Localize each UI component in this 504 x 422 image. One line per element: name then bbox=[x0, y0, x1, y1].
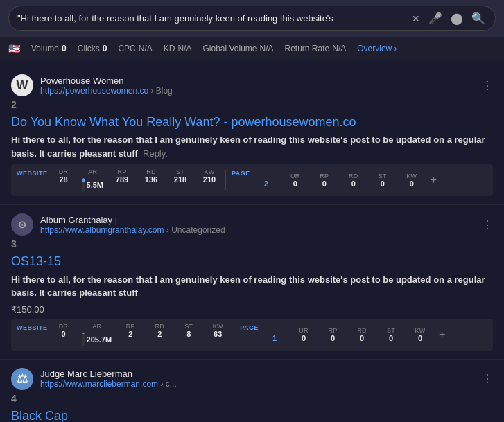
metrics-website-label: WEBSITE bbox=[17, 168, 53, 177]
metric-page-st: ST 0 bbox=[372, 173, 393, 188]
metric-rp: RP 789 bbox=[112, 168, 132, 184]
url-suffix: › Blog bbox=[150, 86, 172, 96]
metric-ar: AR 5.5M bbox=[82, 168, 103, 192]
metric-kw: KW 210 bbox=[199, 168, 220, 184]
metrics-page-label: PAGE bbox=[240, 323, 264, 331]
metric-page-num: 1 bbox=[264, 327, 285, 342]
site-name-url: Powerhouse Women https://powerhousewomen… bbox=[40, 76, 475, 96]
site-info: W Powerhouse Women https://powerhousewom… bbox=[11, 74, 493, 96]
search-bar: "Hi there to all, for the reason that I … bbox=[0, 0, 504, 37]
close-icon[interactable]: ✕ bbox=[410, 12, 422, 26]
site-name: Powerhouse Women bbox=[40, 76, 475, 86]
result-item: ⊙ Album Granthalay | https://www.albumgr… bbox=[0, 205, 504, 359]
result-item: W Powerhouse Women https://powerhousewom… bbox=[0, 66, 504, 205]
page-metrics: 1 UR 0 RP 0 RD 0 ST bbox=[264, 327, 431, 342]
result-number: 3 bbox=[11, 238, 493, 249]
url-suffix: › Uncategorized bbox=[166, 225, 225, 235]
metric-page-ur: UR 0 bbox=[293, 327, 314, 342]
site-url[interactable]: https://www.albumgranthalay.com › Uncate… bbox=[40, 225, 475, 235]
site-name-url: Judge Marc Lieberman https://www.marclie… bbox=[40, 369, 475, 389]
result-number: 4 bbox=[11, 393, 493, 404]
result-title[interactable]: Black Cap bbox=[11, 408, 493, 422]
result-snippet: Hi there to all, for the reason that I a… bbox=[11, 133, 493, 160]
metric-st: ST 8 bbox=[178, 323, 199, 338]
flag-icon: 🇺🇸 bbox=[8, 43, 20, 54]
ar-bar bbox=[82, 178, 85, 192]
site-menu-button[interactable]: ⋮ bbox=[482, 218, 493, 231]
metric-page-ur: UR 0 bbox=[285, 173, 306, 188]
overview-link[interactable]: Overview › bbox=[357, 44, 397, 53]
metric-page-num: 2 bbox=[256, 173, 277, 188]
metrics-divider bbox=[234, 325, 234, 344]
site-name-url: Album Granthalay | https://www.albumgran… bbox=[40, 215, 475, 235]
site-menu-button[interactable]: ⋮ bbox=[482, 79, 493, 92]
add-metrics-button[interactable]: + bbox=[428, 174, 440, 186]
result-item: ⚖ Judge Marc Lieberman https://www.marcl… bbox=[0, 360, 504, 422]
website-metrics: DR 0 AR 205.7M RP 2 bbox=[53, 323, 229, 346]
metric-rd: RD 2 bbox=[149, 323, 170, 338]
metric-dr: DR 28 bbox=[53, 168, 74, 184]
metric-page-rp: RP 0 bbox=[314, 173, 335, 188]
metric-page-rd: RD 0 bbox=[351, 327, 372, 342]
metric-rd: RD 136 bbox=[141, 168, 162, 184]
search-icon[interactable]: 🔍 bbox=[470, 10, 487, 26]
ar-bar bbox=[82, 333, 85, 346]
stat-clicks: Clicks 0 bbox=[78, 44, 107, 53]
result-title[interactable]: Do You Know What You Really Want? - powe… bbox=[11, 114, 493, 130]
site-menu-button[interactable]: ⋮ bbox=[482, 372, 493, 385]
result-price: ₹150.00 bbox=[11, 304, 493, 315]
metric-page-kw: KW 0 bbox=[410, 327, 431, 342]
metric-dr: DR 0 bbox=[53, 323, 74, 338]
stat-volume: Volume 0 bbox=[31, 44, 67, 53]
metric-kw: KW 63 bbox=[207, 323, 228, 338]
search-query-text: "Hi there to all, for the reason that I … bbox=[17, 13, 333, 24]
result-number: 2 bbox=[11, 99, 493, 110]
metric-ar: AR 205.7M bbox=[82, 323, 112, 346]
metric-page-kw: KW 0 bbox=[401, 173, 422, 188]
metrics-website-label: WEBSITE bbox=[17, 323, 53, 331]
site-favicon: W bbox=[11, 74, 33, 96]
site-url[interactable]: https://powerhousewomen.co › Blog bbox=[40, 86, 475, 96]
stat-cpc: CPC N/A bbox=[118, 44, 152, 53]
metric-page-st: ST 0 bbox=[381, 327, 401, 342]
stat-return-rate: Return Rate N/A bbox=[285, 44, 347, 53]
add-metrics-button[interactable]: + bbox=[436, 328, 448, 341]
website-metrics: DR 28 AR 5.5M RP 789 bbox=[53, 168, 220, 192]
site-url[interactable]: https://www.marclieberman.com › c... bbox=[40, 379, 475, 389]
metrics-divider bbox=[225, 170, 226, 190]
metric-page-rd: RD 0 bbox=[343, 173, 364, 188]
site-favicon: ⚖ bbox=[11, 368, 33, 390]
stat-global-volume: Global Volume N/A bbox=[202, 44, 273, 53]
search-query-box[interactable]: "Hi there to all, for the reason that I … bbox=[8, 6, 496, 31]
metrics-table: WEBSITE DR 28 AR 5.5M bbox=[11, 164, 493, 196]
result-snippet: Hi there to all, for the reason that I a… bbox=[11, 273, 493, 300]
site-name: Judge Marc Lieberman bbox=[40, 369, 475, 379]
stats-bar: 🇺🇸 Volume 0 Clicks 0 CPC N/A KD N/A Glob… bbox=[0, 37, 504, 60]
site-name: Album Granthalay | bbox=[40, 215, 475, 225]
site-favicon: ⊙ bbox=[11, 213, 33, 236]
stat-kd: KD N/A bbox=[164, 44, 192, 53]
site-info: ⊙ Album Granthalay | https://www.albumgr… bbox=[11, 213, 493, 236]
lens-icon[interactable]: ⬤ bbox=[449, 10, 464, 26]
result-title[interactable]: OS13-15 bbox=[11, 254, 493, 270]
metrics-page-label: PAGE bbox=[232, 168, 256, 177]
url-suffix: › c... bbox=[160, 379, 176, 389]
metric-page-rp: RP 0 bbox=[322, 327, 343, 342]
metrics-table: WEBSITE DR 0 AR 205.7M bbox=[11, 319, 493, 351]
results-list: W Powerhouse Women https://powerhousewom… bbox=[0, 60, 504, 422]
site-info: ⚖ Judge Marc Lieberman https://www.marcl… bbox=[11, 368, 493, 390]
mic-icon[interactable]: 🎤 bbox=[427, 10, 444, 26]
metric-st: ST 218 bbox=[170, 168, 191, 184]
page-metrics: 2 UR 0 RP 0 RD 0 ST bbox=[256, 173, 422, 188]
metric-rp: RP 2 bbox=[120, 323, 141, 338]
